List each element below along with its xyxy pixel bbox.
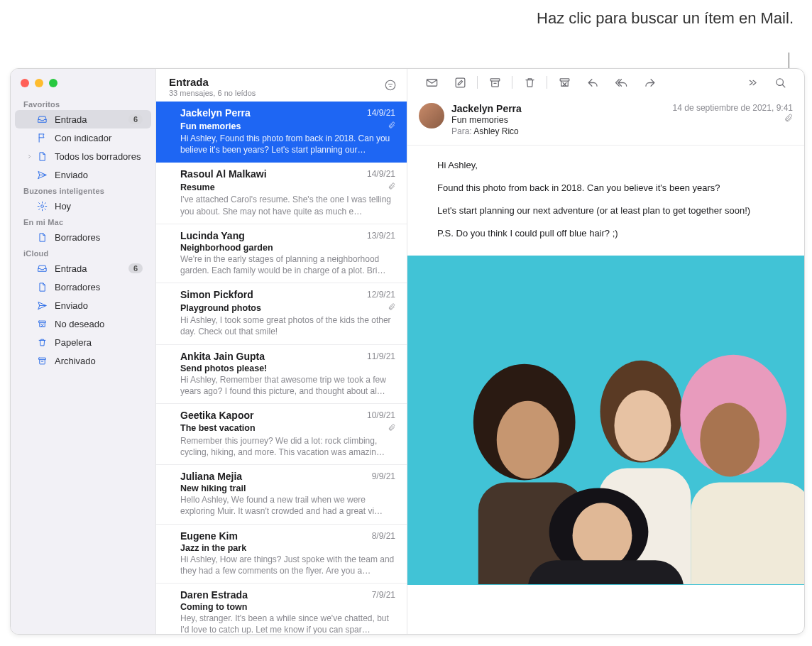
sidebar-item-todos-borradores[interactable]: Todos los borradores [15,147,151,165]
archive-button[interactable] [481,72,509,93]
sidebar-item-icloud-papelera[interactable]: Papelera [15,333,151,351]
message-row[interactable]: Daren Estrada7/9/21Coming to townHey, st… [156,584,407,634]
message-row[interactable]: Eugene Kim8/9/21Jazz in the parkHi Ashle… [156,525,407,584]
sidebar-item-con-indicador[interactable]: Con indicador [15,128,151,147]
sidebar-item-entrada[interactable]: Entrada6 [15,110,151,128]
forward-button[interactable] [635,72,664,93]
flag-icon [35,133,49,143]
svg-point-17 [700,403,759,476]
mail-body: Hi Ashley,Found this photo from back in … [407,146,804,256]
doc-icon [35,282,49,292]
message-date: 10/9/21 [367,410,395,420]
message-sender: Rasoul Al Malkawi [180,168,367,180]
message-preview: Hi Ashley, Found this photo from back in… [180,133,395,155]
mail-header: Jackelyn Perra Fun memories Para: Ashley… [407,96,804,146]
sidebar-item-label: Borradores [55,232,100,243]
sidebar-item-enviado[interactable]: Enviado [15,165,151,184]
unread-badge: 6 [128,263,143,273]
attachment-icon [673,113,793,126]
sidebar-item-label: Entrada [55,263,87,274]
sidebar-item-label: Enviado [55,170,88,180]
message-row[interactable]: Rasoul Al Malkawi14/9/21ResumeI've attac… [156,163,407,224]
junk-icon [35,319,49,329]
message-date: 14/9/21 [367,108,395,118]
sidebar-section-label: Buzones inteligentes [11,184,155,197]
message-preview: Remember this journey? We did a lot: roc… [180,435,395,458]
message-preview: Hi Ashley, Remember that awesome trip we… [180,374,395,397]
compose-button[interactable] [446,72,474,93]
trash-icon [35,337,49,348]
sidebar-item-hoy[interactable]: Hoy [15,197,151,215]
gear-icon [35,201,49,212]
junk-button[interactable] [550,72,578,93]
message-subject: The best vacation [180,423,381,433]
message-date: 11/9/21 [367,351,395,361]
window-controls [11,72,155,97]
svg-rect-5 [456,78,465,87]
sidebar-item-label: Todos los borradores [55,151,141,162]
sidebar-item-label: Papelera [55,337,92,348]
mail-recipients: Para: Ashley Rico [451,126,666,136]
message-row[interactable]: Geetika Kapoor10/9/21The best vacationRe… [156,404,407,465]
close-window-button[interactable] [21,79,29,87]
mail-window: FavoritosEntrada6Con indicadorTodos los … [10,68,805,635]
reply-button[interactable] [578,72,607,93]
svg-point-3 [385,80,395,90]
sidebar-item-icloud-borradores[interactable]: Borradores [15,278,151,296]
archive-icon [35,356,49,366]
mail-subject: Fun memories [451,115,666,125]
sidebar-item-icloud-no-deseado[interactable]: No deseado [15,314,151,333]
minimize-window-button[interactable] [35,79,43,87]
mail-body-paragraph: Found this photo from back in 2018. Can … [437,181,774,195]
message-row[interactable]: Ankita Jain Gupta11/9/21Send photos plea… [156,345,407,404]
message-row[interactable]: Simon Pickford12/9/21Playground photosHi… [156,283,407,344]
mailbox-status: 33 mensajes, 6 no leídos [169,89,384,97]
paperclip-icon [385,180,395,193]
sidebar-item-icloud-entrada[interactable]: Entrada6 [15,259,151,278]
message-sender: Daren Estrada [180,589,372,601]
svg-point-20 [573,503,632,568]
search-button[interactable] [766,72,794,93]
message-sender: Jackelyn Perra [180,107,367,119]
mail-body-paragraph: P.S. Do you think I could pull off blue … [437,226,774,241]
filter-button[interactable] [384,79,397,94]
message-subject: Playground photos [180,303,381,313]
message-preview: Hi Ashley, How are things? Just spoke wi… [180,554,395,576]
paperclip-icon [385,422,395,434]
sidebar-item-icloud-archivado[interactable]: Archivado [15,351,151,370]
svg-rect-4 [427,79,437,86]
sidebar-item-icloud-enviado[interactable]: Enviado [15,296,151,314]
sidebar-section-label: iCloud [11,246,155,259]
message-date: 12/9/21 [367,290,395,300]
mail-datetime: 14 de septiembre de 2021, 9:41 [673,103,793,113]
paperclip-icon [385,301,395,314]
message-date: 13/9/21 [367,231,395,241]
message-row[interactable]: Lucinda Yang13/9/21Neighborhood gardenWe… [156,224,407,283]
reply-all-button[interactable] [607,72,635,93]
envelope-button[interactable] [417,72,446,93]
message-preview: Hi Ashley, I took some great photos of t… [180,314,395,337]
unread-badge: 6 [128,114,143,124]
message-subject: Send photos please! [180,363,395,373]
sidebar-item-label: Borradores [55,282,100,292]
svg-point-11 [497,400,559,478]
send-icon [35,170,49,180]
inbox-icon [35,114,49,125]
sidebar-item-label: No deseado [55,319,104,329]
message-row[interactable]: Jackelyn Perra14/9/21Fun memoriesHi Ashl… [156,102,407,163]
doc-icon [35,232,49,243]
message-sender: Simon Pickford [180,289,367,300]
message-row[interactable]: Juliana Mejia9/9/21New hiking trailHello… [156,465,407,524]
zoom-window-button[interactable] [49,79,57,87]
message-date: 14/9/21 [367,169,395,179]
mail-attachment-image[interactable] [407,256,804,585]
sidebar-item-label: Con indicador [55,133,111,143]
delete-button[interactable] [515,72,544,93]
message-subject: New hiking trail [180,483,395,493]
message-sender: Eugene Kim [180,530,372,542]
sidebar-item-borradores-mac[interactable]: Borradores [15,228,151,246]
chevron-right-icon [26,151,35,162]
more-button[interactable] [737,72,766,93]
toolbar-separator [477,76,478,89]
sender-avatar[interactable] [419,103,444,128]
